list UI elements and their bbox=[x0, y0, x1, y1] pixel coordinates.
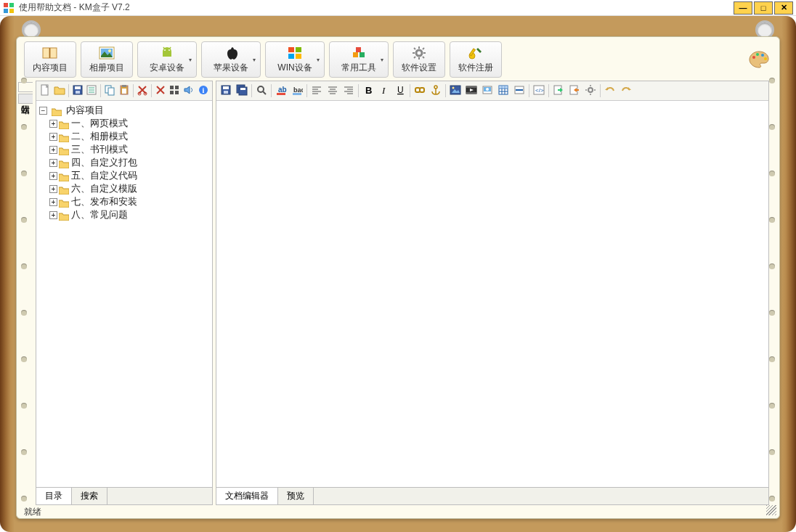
svg-rect-54 bbox=[170, 86, 174, 89]
settings-button[interactable]: 软件设置 bbox=[393, 41, 445, 78]
align-left-button[interactable] bbox=[309, 83, 325, 99]
new-file-button[interactable] bbox=[38, 83, 52, 99]
left-toolbar: i bbox=[36, 81, 212, 101]
tree-item[interactable]: +四、自定义打包 bbox=[49, 156, 211, 169]
label: WIN设备 bbox=[277, 62, 312, 74]
expand-toggle[interactable]: + bbox=[49, 211, 57, 219]
copy-node-button[interactable] bbox=[102, 83, 117, 99]
insert-video-icon bbox=[466, 84, 477, 98]
underline-button[interactable]: U bbox=[392, 83, 408, 99]
apple-device-button[interactable]: 苹果设备 ▾ bbox=[201, 41, 261, 78]
insert-anchor-button[interactable] bbox=[428, 83, 444, 99]
cross-button[interactable] bbox=[153, 83, 168, 99]
tools-button[interactable]: 常用工具 ▾ bbox=[329, 41, 389, 78]
tree-item[interactable]: +六、自定义模版 bbox=[49, 182, 211, 195]
editor-area[interactable] bbox=[216, 101, 768, 487]
status-bar: 就绪 bbox=[17, 505, 779, 518]
export-icon bbox=[569, 84, 580, 98]
import-button[interactable] bbox=[551, 83, 566, 99]
close-button[interactable]: ✕ bbox=[774, 1, 793, 15]
tree-item[interactable]: +三、书刊模式 bbox=[49, 143, 211, 156]
tree-item[interactable]: +五、自定义代码 bbox=[49, 169, 211, 182]
highlight-button[interactable]: bac bbox=[289, 83, 305, 99]
label: 软件设置 bbox=[402, 62, 436, 74]
settings-button[interactable] bbox=[582, 83, 598, 99]
label: 苹果设备 bbox=[214, 62, 248, 74]
expand-toggle[interactable]: + bbox=[49, 159, 57, 167]
svg-text:U: U bbox=[397, 85, 404, 95]
tree-view[interactable]: − 内容项目 +一、网页模式+二、相册模式+三、书刊模式+四、自定义打包+五、自… bbox=[36, 101, 212, 487]
properties-button[interactable] bbox=[84, 83, 99, 99]
tree-root[interactable]: − 内容项目 +一、网页模式+二、相册模式+三、书刊模式+四、自定义打包+五、自… bbox=[39, 104, 211, 221]
tab-preview[interactable]: 预览 bbox=[278, 488, 314, 504]
source-code-button[interactable]: </> bbox=[531, 83, 547, 99]
insert-video-button[interactable] bbox=[463, 83, 479, 99]
svg-rect-69 bbox=[277, 93, 285, 95]
svg-rect-18 bbox=[296, 54, 301, 59]
register-button[interactable]: 软件注册 bbox=[450, 41, 502, 78]
svg-rect-1 bbox=[9, 3, 14, 7]
tree-item[interactable]: +七、发布和安装 bbox=[49, 195, 211, 208]
window-title: 使用帮助文档 - KM盒子 V7.2 bbox=[19, 1, 732, 14]
find-button[interactable] bbox=[253, 83, 269, 99]
export-button[interactable] bbox=[566, 83, 582, 99]
svg-rect-0 bbox=[4, 3, 8, 7]
tree-item[interactable]: +二、相册模式 bbox=[49, 130, 211, 143]
folder-icon bbox=[59, 172, 69, 181]
undo-icon bbox=[604, 84, 616, 98]
vtab-project-list[interactable]: 项目列表 bbox=[18, 82, 33, 92]
svg-point-10 bbox=[108, 49, 111, 52]
insert-table-button[interactable] bbox=[495, 83, 511, 99]
tree-item[interactable]: +八、常见问题 bbox=[49, 208, 211, 221]
theme-palette-button[interactable] bbox=[746, 46, 772, 73]
align-right-button[interactable] bbox=[341, 83, 357, 99]
expand-toggle[interactable]: + bbox=[49, 120, 57, 128]
grid-button[interactable] bbox=[167, 83, 182, 99]
tree-item[interactable]: +一、网页模式 bbox=[49, 117, 211, 130]
svg-point-34 bbox=[756, 53, 759, 56]
expand-toggle[interactable]: + bbox=[49, 185, 57, 193]
insert-image-button[interactable] bbox=[447, 83, 463, 99]
album-project-button[interactable]: 相册项目 bbox=[81, 41, 133, 78]
insert-hr-button[interactable] bbox=[511, 83, 527, 99]
svg-text:bac: bac bbox=[293, 86, 303, 94]
font-color-button[interactable]: ab bbox=[273, 83, 289, 99]
svg-rect-5 bbox=[50, 48, 57, 58]
paste-node-button[interactable] bbox=[117, 83, 131, 99]
content-project-button[interactable]: 内容项目 bbox=[24, 41, 76, 78]
tree-label: 八、常见问题 bbox=[71, 209, 128, 220]
win-device-button[interactable]: WIN设备 ▾ bbox=[265, 41, 325, 78]
sound-button[interactable] bbox=[182, 83, 196, 99]
collapse-toggle[interactable]: − bbox=[39, 107, 47, 115]
cut-button[interactable] bbox=[135, 83, 150, 99]
vtab-recycle-bin[interactable]: 回收站 bbox=[18, 94, 33, 104]
undo-button[interactable] bbox=[602, 83, 618, 99]
open-folder-button[interactable] bbox=[52, 83, 67, 99]
svg-rect-21 bbox=[356, 47, 361, 52]
save-button[interactable] bbox=[218, 83, 234, 99]
book-icon bbox=[41, 46, 59, 60]
expand-toggle[interactable]: + bbox=[49, 198, 57, 206]
align-center-button[interactable] bbox=[325, 83, 341, 99]
tab-editor[interactable]: 文档编辑器 bbox=[216, 488, 278, 504]
save-button[interactable] bbox=[70, 83, 85, 99]
maximize-button[interactable]: □ bbox=[754, 1, 773, 15]
android-device-button[interactable]: 安卓设备 ▾ bbox=[137, 41, 197, 78]
save-all-button[interactable] bbox=[234, 83, 250, 99]
insert-media-button[interactable] bbox=[479, 83, 495, 99]
resize-grip[interactable] bbox=[766, 505, 776, 515]
italic-button[interactable]: I bbox=[376, 83, 392, 99]
expand-toggle[interactable]: + bbox=[49, 133, 57, 141]
tab-toc[interactable]: 目录 bbox=[36, 488, 72, 504]
folder-icon bbox=[59, 185, 69, 194]
insert-link-button[interactable] bbox=[412, 83, 428, 99]
svg-rect-57 bbox=[175, 91, 179, 94]
info-button[interactable]: i bbox=[196, 83, 211, 99]
expand-toggle[interactable]: + bbox=[49, 146, 57, 154]
minimize-button[interactable]: — bbox=[734, 1, 752, 15]
svg-rect-3 bbox=[9, 9, 14, 13]
tab-search[interactable]: 搜索 bbox=[72, 488, 107, 504]
redo-button[interactable] bbox=[618, 83, 634, 99]
bold-button[interactable]: B bbox=[360, 83, 376, 99]
expand-toggle[interactable]: + bbox=[49, 172, 57, 180]
